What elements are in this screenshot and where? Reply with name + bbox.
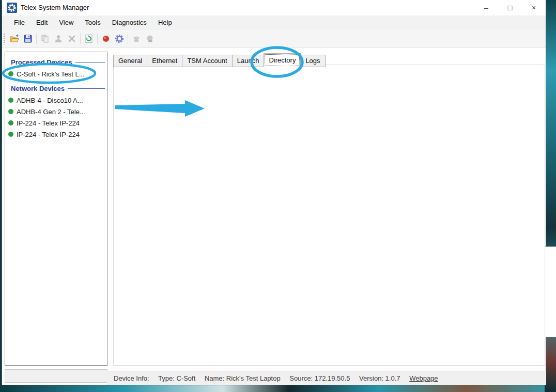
- toolbar-separator: [128, 34, 128, 44]
- settings-gear-icon[interactable]: [113, 32, 126, 45]
- close-button[interactable]: ×: [522, 0, 546, 15]
- toolbar-separator: [36, 34, 37, 44]
- toolbar-separator: [97, 34, 98, 44]
- menu-diagnostics[interactable]: Diagnostics: [106, 15, 152, 30]
- app-gear-icon: [7, 3, 17, 13]
- tab-strip: General Ethernet TSM Account Launch Dire…: [113, 53, 326, 67]
- device-item-ip224-1[interactable]: IP-224 - Telex IP-224: [5, 117, 107, 129]
- phone-icon[interactable]: [130, 32, 143, 45]
- sidebar-status-box: [5, 369, 107, 383]
- tab-general[interactable]: General: [113, 55, 147, 67]
- status-version: Version: 1.0.7: [359, 374, 400, 382]
- menu-view[interactable]: View: [53, 15, 79, 30]
- device-list: Processed Devices C-Soft - Rick's Test L…: [5, 52, 107, 366]
- directory-tab-panel: [113, 65, 545, 366]
- status-dot-icon: [8, 109, 13, 114]
- group-label: Processed Devices: [11, 58, 72, 66]
- group-label: Network Devices: [11, 85, 65, 92]
- group-rule: [68, 88, 105, 89]
- status-source: Source: 172.19.50.5: [289, 374, 350, 382]
- minimize-button[interactable]: –: [474, 0, 498, 15]
- title-bar: Telex System Manager – □ ×: [2, 0, 546, 15]
- group-processed-devices: Processed Devices: [5, 56, 107, 68]
- status-bar: Device Info: Type: C-Soft Name: Rick's T…: [107, 371, 546, 385]
- status-name: Name: Rick's Test Laptop: [205, 374, 281, 382]
- delete-icon[interactable]: [65, 32, 79, 45]
- status-dot-icon: [8, 98, 13, 103]
- device-item-csoft[interactable]: C-Soft - Rick's Test L...: [5, 68, 107, 80]
- copy-icon[interactable]: [38, 32, 52, 45]
- status-dot-icon: [8, 71, 13, 76]
- app-window: Telex System Manager – □ × File Edit Vie…: [2, 0, 546, 385]
- refresh-icon[interactable]: [82, 32, 96, 45]
- device-item-adhb4-gen2[interactable]: ADHB-4 Gen 2 - Tele...: [5, 106, 107, 117]
- group-rule: [75, 62, 105, 62]
- headset-icon[interactable]: [143, 32, 157, 45]
- open-file-icon[interactable]: [8, 32, 21, 45]
- device-item-adhb4[interactable]: ADHB-4 - Disco10 A...: [5, 95, 107, 106]
- toolbar-separator: [80, 34, 81, 44]
- webpage-link[interactable]: Webpage: [409, 374, 438, 382]
- status-type: Type: C-Soft: [158, 374, 195, 382]
- menu-help[interactable]: Help: [152, 15, 178, 30]
- tab-logs[interactable]: Logs: [301, 55, 325, 67]
- device-label: ADHB-4 Gen 2 - Tele...: [17, 108, 85, 116]
- menu-tools[interactable]: Tools: [79, 15, 106, 30]
- status-dot-icon: [8, 120, 13, 126]
- menu-file[interactable]: File: [8, 15, 30, 30]
- menu-bar: File Edit View Tools Diagnostics Help: [2, 15, 546, 30]
- tab-ethernet[interactable]: Ethernet: [147, 55, 182, 67]
- user-icon[interactable]: [52, 32, 65, 45]
- device-label: ADHB-4 - Disco10 A...: [17, 97, 83, 104]
- maximize-button[interactable]: □: [498, 0, 522, 15]
- tab-directory[interactable]: Directory: [264, 53, 301, 67]
- group-network-devices: Network Devices: [5, 83, 107, 95]
- tab-launch[interactable]: Launch: [232, 55, 264, 67]
- device-label: IP-224 - Telex IP-224: [17, 119, 80, 127]
- device-item-ip224-2[interactable]: IP-224 - Telex IP-224: [5, 129, 107, 140]
- toolbar-grip[interactable]: [3, 33, 6, 44]
- menu-edit[interactable]: Edit: [30, 15, 53, 30]
- tab-tsm-account[interactable]: TSM Account: [182, 55, 231, 67]
- record-icon[interactable]: [99, 32, 113, 45]
- save-icon[interactable]: [21, 32, 35, 45]
- device-label: C-Soft - Rick's Test L...: [17, 70, 85, 78]
- status-dot-icon: [8, 132, 13, 137]
- toolbar: [2, 30, 546, 48]
- window-title: Telex System Manager: [21, 0, 89, 15]
- status-device-info: Device Info:: [114, 374, 149, 382]
- device-label: IP-224 - Telex IP-224: [17, 131, 80, 138]
